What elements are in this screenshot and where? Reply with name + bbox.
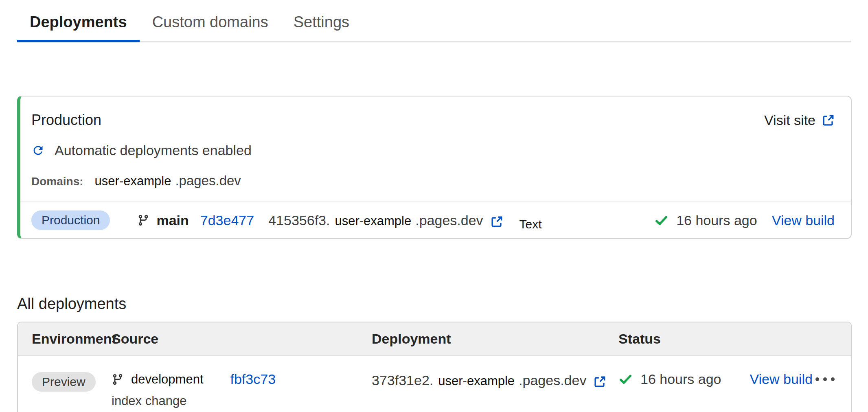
pages-project-page: Deployments Custom domains Settings Prod… bbox=[0, 0, 868, 412]
source-cell: development fbf3c73 index change bbox=[112, 371, 372, 408]
external-link-icon bbox=[594, 375, 606, 388]
kebab-menu-icon[interactable] bbox=[814, 373, 836, 385]
production-card-header: Production Visit site bbox=[31, 110, 835, 130]
tab-deployments[interactable]: Deployments bbox=[17, 0, 140, 42]
column-header-source: Source bbox=[112, 331, 372, 347]
commit-link[interactable]: 7d3e477 bbox=[200, 213, 254, 228]
environment-cell: Preview bbox=[32, 371, 112, 392]
deployment-url-suffix: .pages.dev bbox=[519, 373, 586, 388]
environment-badge-preview: Preview bbox=[32, 372, 96, 392]
table-row: Preview development fbf3c73 index change… bbox=[18, 356, 851, 412]
deployment-note: Text bbox=[519, 217, 542, 231]
external-link-icon bbox=[822, 114, 835, 127]
tab-settings[interactable]: Settings bbox=[281, 0, 362, 42]
column-header-deployment: Deployment bbox=[372, 331, 618, 347]
domain-suffix: .pages.dev bbox=[175, 173, 241, 188]
open-deployment-link[interactable] bbox=[491, 215, 503, 228]
tab-settings-label: Settings bbox=[294, 13, 349, 31]
branch-group: main bbox=[137, 213, 189, 228]
domain-name: user-example bbox=[95, 174, 171, 188]
deployment-url-prefix: 373f31e2. bbox=[372, 373, 433, 388]
view-build-link[interactable]: View build bbox=[772, 213, 835, 228]
domains-label: Domains: bbox=[31, 175, 83, 188]
tab-custom-domains-label: Custom domains bbox=[152, 13, 268, 31]
environment-badge-production: Production bbox=[31, 210, 110, 230]
production-card: Production Visit site Automatic deployme… bbox=[17, 96, 852, 239]
deployment-time: 16 hours ago bbox=[676, 213, 757, 228]
production-card-title: Production bbox=[31, 110, 101, 130]
visit-site-link[interactable]: Visit site bbox=[764, 110, 835, 130]
deployment-status-group: 16 hours ago View build bbox=[654, 213, 835, 228]
success-check-icon bbox=[654, 213, 669, 228]
source-branch-line: development fbf3c73 bbox=[112, 371, 372, 387]
deployment-cell: 373f31e2. user-example .pages.dev bbox=[372, 371, 618, 388]
success-check-icon bbox=[618, 372, 633, 386]
auto-deployments-text: Automatic deployments enabled bbox=[55, 142, 252, 158]
commit-message: index change bbox=[112, 394, 372, 408]
git-branch-icon bbox=[137, 214, 149, 226]
view-build-link[interactable]: View build bbox=[750, 371, 813, 387]
branch-name: main bbox=[156, 213, 189, 228]
tab-custom-domains[interactable]: Custom domains bbox=[140, 0, 281, 42]
git-branch-icon bbox=[112, 373, 124, 386]
column-header-environment: Environment bbox=[32, 331, 112, 347]
deployments-table: Environment Source Deployment Status Pre… bbox=[17, 322, 852, 412]
deployment-url-name: user-example bbox=[335, 214, 411, 228]
deployment-url: 415356f3. user-example .pages.dev bbox=[268, 213, 503, 228]
deployment-time: 16 hours ago bbox=[640, 371, 721, 387]
column-header-status: Status bbox=[618, 331, 851, 347]
production-card-body: Production Visit site Automatic deployme… bbox=[20, 96, 851, 202]
commit-link[interactable]: fbf3c73 bbox=[230, 371, 276, 387]
all-deployments-title: All deployments bbox=[17, 295, 852, 313]
open-deployment-link[interactable] bbox=[594, 375, 606, 388]
auto-deployments-status: Automatic deployments enabled bbox=[31, 142, 835, 158]
tab-bar: Deployments Custom domains Settings bbox=[17, 0, 851, 42]
visit-site-label: Visit site bbox=[764, 110, 815, 130]
refresh-icon bbox=[31, 144, 45, 157]
production-deployment-row: Production main 7d3e477 415356f3. user-e… bbox=[20, 202, 851, 238]
domains-row: Domains: user-example .pages.dev bbox=[31, 173, 835, 189]
tab-deployments-label: Deployments bbox=[30, 13, 127, 31]
deployment-url-prefix: 415356f3. bbox=[268, 213, 330, 228]
status-cell: 16 hours ago View build bbox=[618, 371, 851, 387]
deployment-url-name: user-example bbox=[438, 374, 515, 388]
external-link-icon bbox=[491, 215, 503, 228]
deployment-url-suffix: .pages.dev bbox=[415, 213, 483, 228]
deployments-table-header: Environment Source Deployment Status bbox=[18, 322, 851, 356]
branch-name: development bbox=[131, 372, 204, 387]
